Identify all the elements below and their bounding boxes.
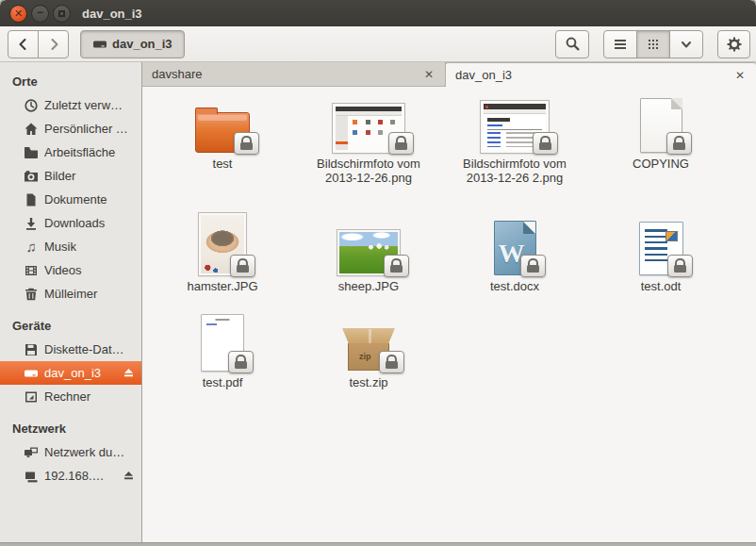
file-name: test.docx [490, 279, 539, 293]
eject-button[interactable] [122, 366, 136, 380]
sidebar-item-videos[interactable]: Videos [0, 258, 141, 282]
lock-emblem-icon [388, 132, 414, 155]
sidebar-item-music[interactable]: ♫ Musik [0, 235, 141, 258]
grid-view-button[interactable] [636, 30, 670, 58]
sidebar-item-label: Diskette-Dat… [44, 342, 136, 356]
sidebar-item-downloads[interactable]: Downloads [0, 211, 141, 235]
list-view-button[interactable] [603, 30, 637, 58]
tab-dav-on-i3[interactable]: dav_on_i3 ✕ [445, 62, 756, 87]
file-name: test.zip [349, 375, 387, 389]
minimize-window-button[interactable]: − [31, 5, 49, 23]
view-mode-group [603, 30, 703, 58]
chevron-down-icon [679, 37, 694, 52]
tab-close-button[interactable]: ✕ [733, 69, 747, 82]
file-name: COPYING [633, 157, 689, 171]
sidebar-item-label: Netzwerk du… [44, 445, 136, 459]
close-icon: ✕ [14, 8, 23, 19]
file-item-screenshot-2[interactable]: Bildschirmfoto vom 2013-12-26 2.png [459, 94, 570, 186]
file-item-test-folder[interactable]: test [167, 94, 278, 171]
recent-icon [24, 98, 39, 113]
forward-button[interactable] [38, 30, 69, 58]
tab-label: davshare [152, 67, 415, 81]
eject-button[interactable] [122, 469, 136, 483]
sidebar-item-desktop[interactable]: Arbeitsfläche [0, 141, 141, 164]
sidebar-item-trash[interactable]: Mülleimer [0, 282, 141, 306]
location-breadcrumb-button[interactable]: dav_on_i3 [80, 30, 185, 58]
sidebar-item-label: dav_on_i3 [44, 366, 122, 380]
file-item-docx[interactable]: W test.docx [459, 207, 570, 293]
lock-emblem-icon [667, 255, 693, 277]
sidebar-item-home[interactable]: Persönlicher … [0, 117, 141, 141]
file-name: test.odt [641, 279, 682, 293]
close-window-button[interactable]: ✕ [9, 5, 27, 23]
lock-emblem-icon [520, 255, 546, 277]
file-item-screenshot-1[interactable]: Bildschirmfoto vom 2013-12-26.png [313, 94, 424, 186]
trash-icon [24, 287, 39, 302]
lock-emblem-icon [234, 132, 259, 155]
file-item-odt[interactable]: test.odt [605, 207, 716, 293]
sidebar-item-documents[interactable]: Dokumente [0, 188, 141, 211]
file-name: test [213, 157, 233, 171]
file-item-copying[interactable]: COPYING [605, 94, 716, 171]
sidebar-item-label: Downloads [44, 216, 136, 230]
settings-menu-button[interactable] [717, 30, 750, 58]
file-item-zip[interactable]: zip test.zip [313, 311, 424, 389]
file-item-pdf[interactable]: test.pdf [167, 311, 278, 389]
sidebar-item-label: Rechner [44, 389, 136, 404]
tab-bar: davshare ✕ dav_on_i3 ✕ [142, 62, 756, 87]
file-item-hamster[interactable]: hamster.JPG [167, 207, 278, 293]
file-name: Bildschirmfoto vom 2013-12-26 2.png [461, 157, 568, 186]
sidebar-item-recent[interactable]: Zuletzt verw… [0, 93, 141, 117]
tab-davshare[interactable]: davshare ✕ [142, 62, 446, 86]
sidebar-item-floppy[interactable]: Diskette-Dat… [0, 338, 141, 361]
search-button[interactable] [555, 30, 589, 58]
sidebar-item-label: Mülleimer [44, 287, 136, 301]
lock-emblem-icon [666, 132, 692, 155]
search-icon [565, 36, 581, 52]
sidebar-item-browse-network[interactable]: Netzwerk du… [0, 440, 141, 464]
sidebar-header-network: Netzwerk [0, 418, 141, 440]
sidebar-item-computer[interactable]: Rechner [0, 385, 141, 408]
sidebar-item-network-server[interactable]: 192.168.… [0, 464, 141, 488]
sidebar-item-label: Bilder [44, 169, 136, 183]
chevron-left-icon [16, 37, 31, 52]
grid-view-icon [646, 37, 661, 52]
toolbar: dav_on_i3 [0, 26, 756, 62]
sidebar-header-places: Orte [0, 71, 141, 93]
document-icon [24, 192, 39, 207]
computer-icon [24, 389, 39, 405]
minimize-icon: − [37, 7, 43, 18]
toolbar-right-group [555, 30, 750, 58]
places-sidebar: Orte Zuletzt verw… Persönlicher … Arbeit… [0, 62, 142, 542]
sidebar-item-label: Zuletzt verw… [44, 98, 136, 112]
harddisk-icon [92, 37, 107, 52]
maximize-icon [58, 10, 65, 17]
window-title: dav_on_i3 [82, 7, 142, 21]
lock-emblem-icon [228, 351, 254, 373]
download-icon [24, 216, 39, 231]
sidebar-item-label: Videos [44, 263, 136, 277]
tab-close-button[interactable]: ✕ [422, 68, 436, 81]
maximize-window-button[interactable] [53, 5, 71, 23]
chevron-right-icon [46, 37, 61, 52]
sidebar-item-label: Dokumente [44, 192, 136, 207]
desktop-folder-icon [24, 145, 39, 160]
file-item-sheep[interactable]: sheep.JPG [313, 207, 424, 293]
back-button[interactable] [8, 30, 39, 58]
sidebar-item-pictures[interactable]: Bilder [0, 164, 141, 188]
file-grid[interactable]: test Bildschirmfoto vom 2013-12-26.png [142, 87, 756, 542]
lock-emblem-icon [230, 255, 255, 277]
lock-emblem-icon [384, 255, 409, 277]
location-label: dav_on_i3 [112, 37, 173, 51]
titlebar[interactable]: ✕ − dav_on_i3 [0, 0, 756, 26]
camera-icon [24, 169, 39, 184]
floppy-icon [24, 342, 39, 357]
view-options-dropdown-button[interactable] [669, 30, 703, 58]
sidebar-item-label: Arbeitsfläche [44, 145, 136, 159]
music-icon: ♫ [24, 240, 39, 255]
network-icon [24, 445, 39, 460]
sidebar-item-dav-on-i3[interactable]: dav_on_i3 [0, 361, 141, 385]
file-name: Bildschirmfoto vom 2013-12-26.png [315, 157, 422, 186]
sidebar-item-label: 192.168.… [44, 469, 122, 483]
network-server-icon [24, 469, 39, 484]
